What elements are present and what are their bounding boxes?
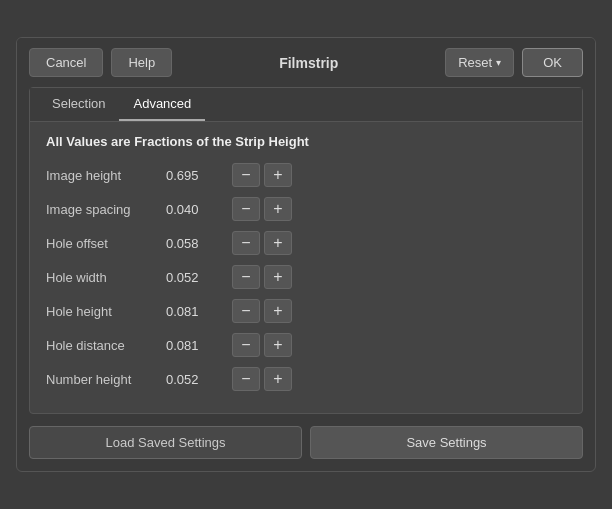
increment-hole-height[interactable]: + (264, 299, 292, 323)
help-button[interactable]: Help (111, 48, 172, 77)
row-value-image-spacing: 0.040 (166, 202, 226, 217)
tab-selection[interactable]: Selection (38, 88, 119, 121)
row-label-image-spacing: Image spacing (46, 202, 166, 217)
decrement-hole-width[interactable]: − (232, 265, 260, 289)
table-row: Hole distance 0.081 − + (46, 333, 566, 357)
dialog-title: Filmstrip (180, 55, 437, 71)
decrement-image-height[interactable]: − (232, 163, 260, 187)
table-row: Hole width 0.052 − + (46, 265, 566, 289)
stepper-number-height: − + (232, 367, 292, 391)
dialog: Cancel Help Filmstrip Reset ▾ OK Selecti… (16, 37, 596, 472)
ok-button[interactable]: OK (522, 48, 583, 77)
stepper-image-spacing: − + (232, 197, 292, 221)
decrement-hole-offset[interactable]: − (232, 231, 260, 255)
table-row: Hole height 0.081 − + (46, 299, 566, 323)
row-label-hole-offset: Hole offset (46, 236, 166, 251)
panel-content: All Values are Fractions of the Strip He… (30, 122, 582, 413)
row-value-image-height: 0.695 (166, 168, 226, 183)
increment-image-spacing[interactable]: + (264, 197, 292, 221)
main-panel: Selection Advanced All Values are Fracti… (29, 87, 583, 414)
increment-number-height[interactable]: + (264, 367, 292, 391)
increment-image-height[interactable]: + (264, 163, 292, 187)
row-value-hole-width: 0.052 (166, 270, 226, 285)
row-label-number-height: Number height (46, 372, 166, 387)
increment-hole-offset[interactable]: + (264, 231, 292, 255)
panel-subtitle: All Values are Fractions of the Strip He… (46, 134, 566, 149)
chevron-down-icon: ▾ (496, 57, 501, 68)
cancel-button[interactable]: Cancel (29, 48, 103, 77)
load-settings-button[interactable]: Load Saved Settings (29, 426, 302, 459)
row-value-hole-distance: 0.081 (166, 338, 226, 353)
toolbar: Cancel Help Filmstrip Reset ▾ OK (17, 38, 595, 87)
tabs: Selection Advanced (30, 88, 582, 122)
table-row: Number height 0.052 − + (46, 367, 566, 391)
decrement-number-height[interactable]: − (232, 367, 260, 391)
decrement-hole-distance[interactable]: − (232, 333, 260, 357)
row-label-hole-distance: Hole distance (46, 338, 166, 353)
stepper-hole-distance: − + (232, 333, 292, 357)
decrement-hole-height[interactable]: − (232, 299, 260, 323)
reset-label: Reset (458, 55, 492, 70)
table-row: Image height 0.695 − + (46, 163, 566, 187)
row-value-hole-height: 0.081 (166, 304, 226, 319)
row-label-hole-width: Hole width (46, 270, 166, 285)
save-settings-button[interactable]: Save Settings (310, 426, 583, 459)
row-value-number-height: 0.052 (166, 372, 226, 387)
table-row: Image spacing 0.040 − + (46, 197, 566, 221)
stepper-hole-width: − + (232, 265, 292, 289)
tab-advanced[interactable]: Advanced (119, 88, 205, 121)
reset-button[interactable]: Reset ▾ (445, 48, 514, 77)
footer: Load Saved Settings Save Settings (17, 426, 595, 471)
stepper-hole-height: − + (232, 299, 292, 323)
increment-hole-distance[interactable]: + (264, 333, 292, 357)
stepper-image-height: − + (232, 163, 292, 187)
row-label-hole-height: Hole height (46, 304, 166, 319)
row-label-image-height: Image height (46, 168, 166, 183)
stepper-hole-offset: − + (232, 231, 292, 255)
row-value-hole-offset: 0.058 (166, 236, 226, 251)
decrement-image-spacing[interactable]: − (232, 197, 260, 221)
increment-hole-width[interactable]: + (264, 265, 292, 289)
table-row: Hole offset 0.058 − + (46, 231, 566, 255)
